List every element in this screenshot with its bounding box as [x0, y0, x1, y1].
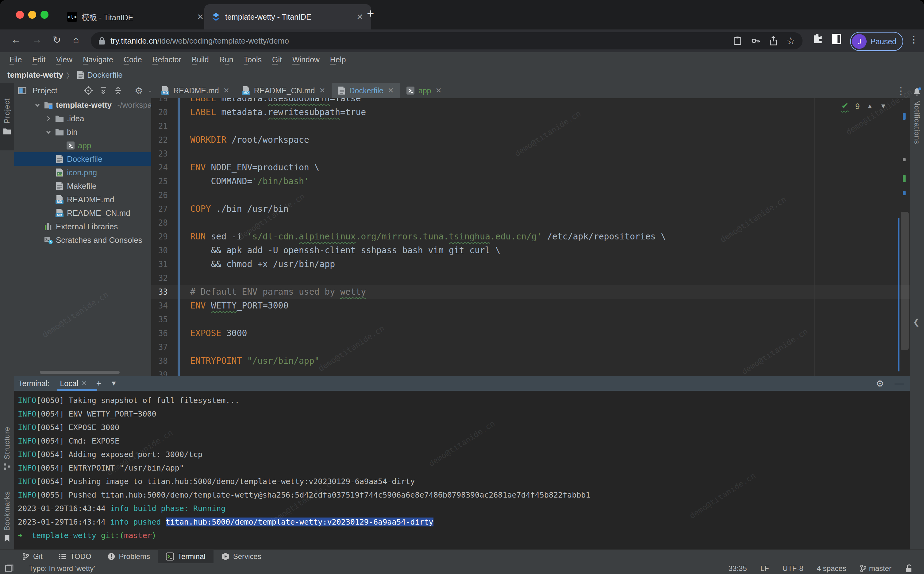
menu-run[interactable]: Run: [214, 55, 239, 64]
share-icon[interactable]: [769, 36, 778, 46]
tab-close-icon[interactable]: ✕: [223, 86, 229, 95]
tab-list-more-icon[interactable]: ⋮: [896, 85, 905, 96]
code-editor[interactable]: 19LABEL metadata.usesubdomain=false20LAB…: [151, 98, 910, 376]
menu-code[interactable]: Code: [118, 55, 147, 64]
tree-item-icon-png[interactable]: icon.png: [14, 166, 151, 179]
tab-close-icon[interactable]: ✕: [435, 86, 442, 95]
terminal-tab-local[interactable]: Local✕: [60, 376, 87, 391]
breadcrumb-file[interactable]: Dockerfile: [77, 70, 123, 80]
tree-item-dockerfile[interactable]: Dockerfile: [14, 152, 151, 166]
expand-all-icon[interactable]: [99, 86, 108, 95]
indent-setting[interactable]: 4 spaces: [817, 564, 846, 573]
tree-item-readme-md[interactable]: MDREADME.md: [14, 193, 151, 206]
tree-item-makefile[interactable]: Makefile: [14, 179, 151, 193]
bookmark-star-icon[interactable]: ☆: [786, 35, 795, 47]
tree-item-readme-cn-md[interactable]: MDREADME_CN.md: [14, 206, 151, 220]
line-ending[interactable]: LF: [761, 564, 769, 573]
tree-item--idea[interactable]: .idea: [14, 112, 151, 125]
code-line-39[interactable]: 39: [151, 368, 910, 376]
browser-tab[interactable]: template-wetty - TitanIDE✕: [204, 4, 371, 30]
chevron-down-icon[interactable]: [42, 129, 55, 136]
chevron-down-icon[interactable]: [31, 102, 44, 108]
close-icon[interactable]: ✕: [81, 379, 87, 387]
terminal-dropdown-icon[interactable]: ▼: [110, 379, 117, 387]
terminal-settings-icon[interactable]: ⚙: [876, 378, 884, 389]
tree-item-app[interactable]: app: [14, 139, 151, 152]
editor-tab-dockerfile[interactable]: Dockerfile✕: [332, 83, 400, 98]
code-line-28[interactable]: 28: [151, 216, 910, 230]
tree-item-bin[interactable]: bin: [14, 125, 151, 139]
toolwindow-button-todo[interactable]: TODO: [50, 550, 99, 563]
code-line-25[interactable]: 25 COMMAND='/bin/bash': [151, 174, 910, 188]
editor-tab-readme-cn-md[interactable]: MDREADME_CN.md✕: [236, 83, 332, 98]
side-panel-icon[interactable]: [832, 34, 841, 44]
browser-tab[interactable]: <t>模板 - TitanIDE✕: [60, 4, 212, 30]
code-line-19[interactable]: 19LABEL metadata.usesubdomain=false: [151, 98, 910, 105]
code-line-22[interactable]: 22WORKDIR /root/workspace: [151, 133, 910, 147]
caret-position[interactable]: 33:35: [729, 564, 747, 573]
code-line-20[interactable]: 20LABEL metadata.rewritesubpath=true: [151, 105, 910, 119]
chevron-right-icon[interactable]: [42, 115, 55, 122]
menu-view[interactable]: View: [50, 55, 78, 64]
macos-close-button[interactable]: [16, 11, 24, 19]
profile-paused-badge[interactable]: J Paused: [850, 32, 903, 51]
git-branch-widget[interactable]: master: [860, 564, 891, 573]
tab-close-icon[interactable]: ✕: [388, 86, 394, 95]
code-line-34[interactable]: 34ENV WETTY_PORT=3000: [151, 299, 910, 312]
forward-icon[interactable]: →: [32, 34, 42, 46]
menu-build[interactable]: Build: [187, 55, 214, 64]
code-line-29[interactable]: 29RUN sed -i 's/dl-cdn.alpinelinux.org/m…: [151, 230, 910, 243]
code-line-32[interactable]: 32: [151, 271, 910, 285]
status-message[interactable]: Typo: In word 'wetty': [29, 564, 95, 573]
password-key-icon[interactable]: [751, 36, 761, 46]
locate-file-icon[interactable]: [84, 86, 93, 95]
stripe-project-button[interactable]: Project: [0, 83, 14, 150]
editor-tab-readme-md[interactable]: MDREADME.md✕: [155, 83, 236, 98]
stripe-bookmarks-button[interactable]: Bookmarks: [0, 491, 14, 542]
macos-minimize-button[interactable]: [28, 11, 36, 19]
back-icon[interactable]: ←: [11, 34, 21, 46]
menu-help[interactable]: Help: [325, 55, 351, 64]
tree-item-scratches-and-consoles[interactable]: Scratches and Consoles: [14, 233, 151, 247]
menu-file[interactable]: File: [4, 55, 27, 64]
extensions-puzzle-icon[interactable]: [812, 33, 823, 44]
tree-item-external-libraries[interactable]: External Libraries: [14, 220, 151, 233]
code-line-31[interactable]: 31 && chmod +x /usr/bin/app: [151, 257, 910, 271]
tab-close-icon[interactable]: ✕: [196, 12, 205, 22]
horizontal-scrollbar[interactable]: [40, 371, 119, 374]
clipboard-icon[interactable]: [733, 36, 742, 46]
toolwindow-button-git[interactable]: Git: [14, 550, 50, 563]
menu-navigate[interactable]: Navigate: [78, 55, 118, 64]
home-icon[interactable]: ⌂: [73, 34, 79, 46]
breadcrumb-project[interactable]: template-wetty: [7, 70, 63, 80]
terminal-output[interactable]: INFO[0050] Taking snapshot of full files…: [14, 391, 910, 549]
code-line-36[interactable]: 36EXPOSE 3000: [151, 326, 910, 340]
tab-close-icon[interactable]: ✕: [319, 86, 325, 95]
stripe-mark[interactable]: [903, 113, 905, 120]
menu-git[interactable]: Git: [267, 55, 287, 64]
address-bar[interactable]: try.titanide.cn/ide/web/coding/template-…: [91, 32, 803, 49]
stripe-notifications-button[interactable]: Notifications: [910, 87, 924, 144]
editor-scrollbar[interactable]: [901, 212, 909, 350]
code-line-33[interactable]: 33# Default ENV params used by wetty: [151, 285, 910, 299]
code-line-37[interactable]: 37: [151, 340, 910, 354]
menu-refactor[interactable]: Refactor: [147, 55, 187, 64]
stripe-mark[interactable]: [903, 158, 905, 161]
encoding[interactable]: UTF-8: [783, 564, 803, 573]
code-line-27[interactable]: 27COPY ./bin /usr/bin: [151, 202, 910, 216]
menu-tools[interactable]: Tools: [239, 55, 267, 64]
stripe-structure-button[interactable]: Structure: [0, 427, 14, 470]
menu-window[interactable]: Window: [287, 55, 325, 64]
new-tab-button[interactable]: +: [367, 7, 374, 20]
collapse-all-icon[interactable]: [114, 86, 123, 95]
reload-icon[interactable]: ↻: [53, 34, 61, 46]
code-line-38[interactable]: 38ENTRYPOINT "/usr/bin/app": [151, 354, 910, 368]
toolwindow-button-terminal[interactable]: Terminal: [158, 550, 214, 563]
prev-problem-icon[interactable]: ▲: [866, 102, 873, 110]
project-view-icon[interactable]: [18, 86, 27, 95]
inspections-widget[interactable]: ✔ 9 ▲ ▼: [841, 101, 887, 112]
stripe-mark[interactable]: [903, 175, 905, 182]
browser-menu-icon[interactable]: ⋮: [909, 34, 918, 45]
editor-tab-app[interactable]: app✕: [400, 83, 448, 98]
code-line-30[interactable]: 30 && apk add -U openssh-client sshpass …: [151, 243, 910, 257]
